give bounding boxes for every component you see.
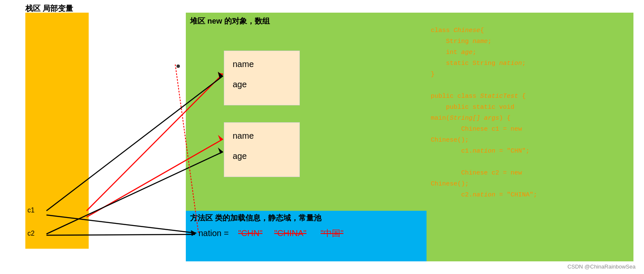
code-block: class Chinese{ String name; int age; sta… [431,25,537,201]
nation-val2: "CHINA" [274,228,306,238]
obj2-field1: name [224,123,299,143]
object-box-2: name age [224,122,300,177]
nation-val3: "中国" [321,228,343,238]
obj1-field2: age [224,71,299,91]
nation-val1: "CHN" [238,228,263,238]
c1-label: c1 [27,207,35,214]
heap-area [186,13,427,211]
heap-title: 堆区 new 的对象，数组 [190,16,270,26]
dot-indicator [177,64,180,68]
stack-title: 栈区 局部变量 [25,3,73,13]
watermark: CSDN @ChinaRainbowSea [568,263,636,270]
c2-label: c2 [27,230,35,237]
method-title: 方法区 类的加载信息，静态域，常量池 [190,213,321,223]
stack-area [25,13,89,249]
obj1-field1: name [224,51,299,71]
object-box-1: name age [224,51,300,105]
obj2-field2: age [224,143,299,163]
nation-text: nation = "CHN" "CHINA" "中国" [198,228,343,239]
nation-label: nation = [198,228,229,238]
